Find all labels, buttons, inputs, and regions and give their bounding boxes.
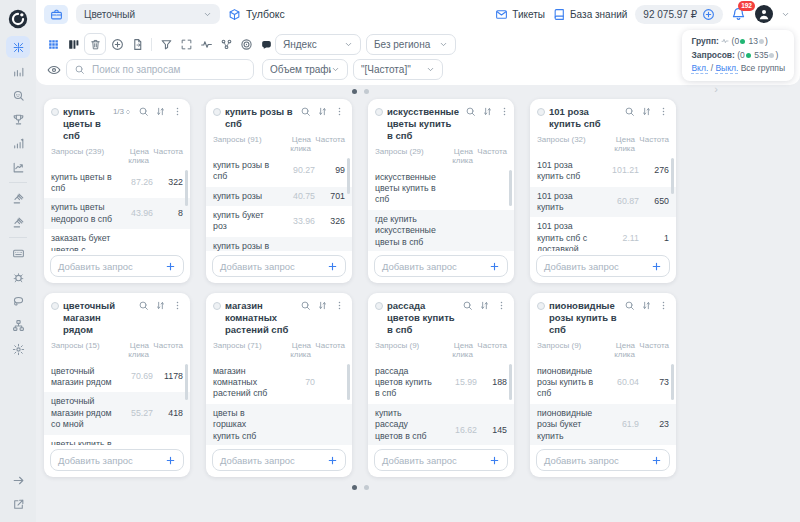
group-menu-icon[interactable]: [658, 300, 669, 311]
expand-icon[interactable]: [177, 34, 195, 54]
group-sort-icon[interactable]: [479, 300, 490, 311]
filter-icon[interactable]: [157, 34, 175, 54]
card-scrollbar[interactable]: [185, 170, 188, 206]
group-sort-icon[interactable]: [317, 106, 328, 117]
list-view-icon[interactable]: [64, 34, 82, 54]
card-scrollbar[interactable]: [509, 364, 512, 400]
query-row[interactable]: купить букет роз33.96326: [206, 206, 352, 237]
top-up-icon[interactable]: [702, 8, 715, 21]
group-status-dot[interactable]: [375, 108, 383, 116]
col-price[interactable]: Цена клика: [107, 147, 149, 165]
sidebar-item-trophy[interactable]: [6, 108, 30, 130]
logo-icon[interactable]: [6, 6, 30, 32]
group-status-dot[interactable]: [213, 108, 221, 116]
col-frequency[interactable]: Частота: [635, 135, 669, 153]
sidebar-item-auction[interactable]: [6, 187, 30, 209]
query-row[interactable]: купить розы в спб с доставкой240.443: [206, 237, 352, 251]
group-status-dot[interactable]: [375, 302, 383, 310]
group-title[interactable]: 101 роза купить спб: [549, 106, 618, 130]
add-circle-icon[interactable]: [108, 34, 126, 54]
add-query-button[interactable]: [489, 455, 500, 466]
col-queries[interactable]: Запросы (15): [51, 341, 107, 359]
col-price[interactable]: Цена клика: [593, 341, 635, 359]
add-query-button[interactable]: [327, 261, 338, 272]
group-status-dot[interactable]: [51, 302, 59, 310]
group-search-icon[interactable]: [300, 300, 311, 311]
group-title[interactable]: рассада цветов купить в спб: [387, 300, 456, 336]
trash-icon[interactable]: [84, 33, 106, 55]
col-price[interactable]: Цена клика: [431, 341, 473, 359]
next-page-arrow[interactable]: ›: [714, 83, 718, 95]
add-query-input[interactable]: Добавить запрос: [50, 255, 184, 277]
query-row[interactable]: 101 роза купить60.87650: [530, 187, 676, 218]
enable-all-link[interactable]: Вкл.: [691, 63, 708, 74]
col-price[interactable]: Цена клика: [107, 341, 149, 359]
traffic-dropdown[interactable]: Объем трафи...: [262, 59, 348, 80]
add-query-input[interactable]: Добавить запрос: [50, 449, 184, 471]
group-search-icon[interactable]: [462, 300, 473, 311]
add-query-input[interactable]: Добавить запрос: [212, 255, 346, 277]
group-status-dot[interactable]: [51, 108, 59, 116]
col-frequency[interactable]: Частота: [311, 341, 345, 359]
frequency-dropdown[interactable]: "[Частота]": [353, 59, 443, 80]
group-sort-icon[interactable]: [641, 300, 652, 311]
notifications-button[interactable]: 192: [731, 6, 747, 22]
col-price[interactable]: Цена клика: [593, 135, 635, 153]
group-search-icon[interactable]: [465, 106, 476, 117]
workspace-icon-button[interactable]: [44, 5, 68, 24]
col-queries[interactable]: Запросы (239): [51, 147, 107, 165]
profile-caret-icon[interactable]: [781, 10, 790, 19]
page-dot-2[interactable]: [364, 485, 369, 490]
page-dot-2[interactable]: [364, 89, 369, 94]
card-scrollbar[interactable]: [671, 364, 674, 400]
group-sort-icon[interactable]: [155, 300, 166, 311]
col-frequency[interactable]: Частота: [473, 147, 507, 165]
export-file-icon[interactable]: [128, 34, 146, 54]
add-query-button[interactable]: [651, 455, 662, 466]
page-dot-1[interactable]: [352, 485, 357, 490]
group-title[interactable]: пионовидные розы купить в спб: [549, 300, 618, 336]
query-row[interactable]: цветочный магазин рядом70.691178: [44, 362, 190, 393]
query-row[interactable]: купить розы40.75701: [206, 187, 352, 206]
group-search-icon[interactable]: [624, 300, 635, 311]
card-scrollbar[interactable]: [185, 364, 188, 400]
sidebar-item-keyword-groups[interactable]: [6, 36, 30, 58]
cluster-icon[interactable]: [217, 34, 235, 54]
group-sort-icon[interactable]: [482, 106, 493, 117]
sidebar-item-settings[interactable]: [6, 338, 30, 360]
query-row[interactable]: купить цветы в спб87.26322: [44, 168, 190, 199]
grid-view-icon[interactable]: [44, 34, 62, 54]
sidebar-item-external-link[interactable]: [6, 493, 30, 515]
group-search-icon[interactable]: [624, 106, 635, 117]
group-menu-icon[interactable]: [496, 300, 507, 311]
query-row[interactable]: цветы в горшках купить спб: [206, 404, 352, 445]
col-price[interactable]: Цена клика: [431, 147, 473, 165]
col-frequency[interactable]: Частота: [635, 341, 669, 359]
query-row[interactable]: цветы купить в спб на карте: [44, 435, 190, 445]
group-search-icon[interactable]: [300, 106, 311, 117]
query-row[interactable]: магазин комнатных растений спб70: [206, 362, 352, 404]
pulse-icon[interactable]: [197, 34, 215, 54]
query-row[interactable]: 101 роза купить спб с доставкой2.111: [530, 217, 676, 251]
balance-pill[interactable]: 92 075.97 ₽: [635, 5, 723, 24]
add-query-input[interactable]: Добавить запрос: [536, 255, 670, 277]
query-row[interactable]: купить розы в спб90.2799: [206, 156, 352, 187]
sidebar-item-chart-bars[interactable]: [6, 60, 30, 82]
group-status-dot[interactable]: [537, 108, 545, 116]
query-row[interactable]: 101 роза купить спб101.21276: [530, 156, 676, 187]
sidebar-item-keyboard[interactable]: [6, 242, 30, 264]
col-frequency[interactable]: Частота: [149, 341, 183, 359]
group-title[interactable]: купить розы в спб: [225, 106, 294, 130]
card-scrollbar[interactable]: [671, 158, 674, 194]
col-queries[interactable]: Запросы (9): [537, 341, 593, 359]
group-menu-icon[interactable]: [172, 106, 183, 117]
add-query-button[interactable]: [165, 455, 176, 466]
disable-all-link[interactable]: Выкл.: [715, 63, 738, 74]
sidebar-item-search-user[interactable]: [6, 84, 30, 106]
col-queries[interactable]: Запросы (29): [375, 147, 431, 165]
sidebar-item-chart-up[interactable]: [6, 132, 30, 154]
col-frequency[interactable]: Частота: [473, 341, 507, 359]
wordstat-dark-icon[interactable]: [257, 34, 275, 54]
group-title[interactable]: искусственные цветы купить в спб: [387, 106, 459, 142]
knowledge-base-link[interactable]: База знаний: [553, 8, 627, 21]
